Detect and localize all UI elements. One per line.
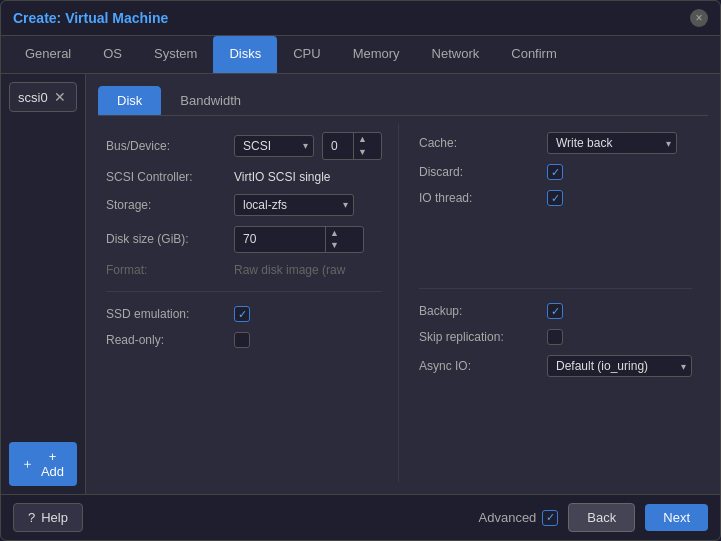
format-row: Format: Raw disk image (raw	[106, 263, 382, 277]
plus-icon: ＋	[21, 455, 34, 473]
disk-size-wrap: ▲ ▼	[234, 226, 364, 254]
disk-form: Bus/Device: SCSI ▾ ▲	[98, 124, 708, 482]
disk-item-label: scsi0	[18, 90, 48, 105]
delete-disk-button[interactable]: ✕	[52, 89, 68, 105]
device-down-arrow[interactable]: ▼	[354, 146, 371, 159]
disk-size-down[interactable]: ▼	[326, 239, 343, 252]
sub-tab-disk[interactable]: Disk	[98, 86, 161, 115]
spacer	[419, 216, 692, 274]
advanced-label: Advanced	[479, 510, 537, 525]
ssd-emulation-row: SSD emulation:	[106, 306, 382, 322]
storage-select[interactable]: local-zfs	[234, 194, 354, 216]
ssd-emulation-checkbox[interactable]	[234, 306, 250, 322]
bus-device-row: Bus/Device: SCSI ▾ ▲	[106, 132, 382, 160]
device-number-wrap: ▲ ▼	[322, 132, 382, 160]
storage-row: Storage: local-zfs ▾	[106, 194, 382, 216]
scsi-controller-row: SCSI Controller: VirtIO SCSI single	[106, 170, 382, 184]
footer-right: Advanced Back Next	[479, 503, 708, 532]
read-only-label: Read-only:	[106, 333, 226, 347]
tab-system[interactable]: System	[138, 36, 213, 73]
storage-select-wrap: local-zfs ▾	[234, 194, 354, 216]
create-vm-window: Create: Virtual Machine × General OS Sys…	[0, 0, 721, 541]
help-button[interactable]: ? Help	[13, 503, 83, 532]
tab-os[interactable]: OS	[87, 36, 138, 73]
add-disk-button[interactable]: ＋ + Add	[9, 442, 77, 486]
tab-bar: General OS System Disks CPU Memory Netwo…	[1, 36, 720, 74]
device-number-arrows: ▲ ▼	[353, 133, 371, 159]
disk-size-label: Disk size (GiB):	[106, 232, 226, 246]
bus-controls: SCSI ▾ ▲ ▼	[234, 132, 382, 160]
content-area: scsi0 ✕ ＋ + Add Disk Bandwidth	[1, 74, 720, 494]
async-io-row: Async IO: Default (io_uring) ▾	[419, 355, 692, 377]
read-only-row: Read-only:	[106, 332, 382, 348]
footer: ? Help Advanced Back Next	[1, 494, 720, 540]
read-only-checkbox[interactable]	[234, 332, 250, 348]
discard-checkbox[interactable]	[547, 164, 563, 180]
ssd-emulation-label: SSD emulation:	[106, 307, 226, 321]
async-io-label: Async IO:	[419, 359, 539, 373]
tab-general[interactable]: General	[9, 36, 87, 73]
cache-select-wrap: Write back ▾	[547, 132, 677, 154]
form-right-col: Cache: Write back ▾ Discard:	[399, 124, 708, 482]
skip-replication-checkbox[interactable]	[547, 329, 563, 345]
io-thread-label: IO thread:	[419, 191, 539, 205]
device-number-input[interactable]	[323, 136, 353, 156]
format-label: Format:	[106, 263, 226, 277]
disk-size-arrows: ▲ ▼	[325, 227, 343, 253]
scsi-controller-label: SCSI Controller:	[106, 170, 226, 184]
sub-tab-bar: Disk Bandwidth	[98, 86, 708, 116]
scsi-controller-value: VirtIO SCSI single	[234, 170, 330, 184]
disk-size-input[interactable]	[235, 229, 325, 249]
disk-size-row: Disk size (GiB): ▲ ▼	[106, 226, 382, 254]
discard-row: Discard:	[419, 164, 692, 180]
divider-2	[419, 288, 692, 289]
skip-replication-label: Skip replication:	[419, 330, 539, 344]
help-icon: ?	[28, 510, 35, 525]
backup-row: Backup:	[419, 303, 692, 319]
backup-label: Backup:	[419, 304, 539, 318]
io-thread-checkbox[interactable]	[547, 190, 563, 206]
async-io-select[interactable]: Default (io_uring)	[547, 355, 692, 377]
form-left-col: Bus/Device: SCSI ▾ ▲	[98, 124, 399, 482]
bus-device-label: Bus/Device:	[106, 139, 226, 153]
close-button[interactable]: ×	[690, 9, 708, 27]
skip-replication-row: Skip replication:	[419, 329, 692, 345]
cache-label: Cache:	[419, 136, 539, 150]
cache-select[interactable]: Write back	[547, 132, 677, 154]
tab-confirm[interactable]: Confirm	[495, 36, 573, 73]
add-label: + Add	[40, 449, 65, 479]
advanced-checkbox[interactable]	[542, 510, 558, 526]
backup-checkbox[interactable]	[547, 303, 563, 319]
tab-network[interactable]: Network	[416, 36, 496, 73]
divider-1	[106, 291, 382, 292]
next-button[interactable]: Next	[645, 504, 708, 531]
bus-select-wrap: SCSI ▾	[234, 135, 314, 157]
tab-disks[interactable]: Disks	[213, 36, 277, 73]
tab-memory[interactable]: Memory	[337, 36, 416, 73]
disk-sidebar: scsi0 ✕ ＋ + Add	[1, 74, 86, 494]
advanced-wrap[interactable]: Advanced	[479, 510, 559, 526]
cache-row: Cache: Write back ▾	[419, 132, 692, 154]
footer-left: ? Help	[13, 503, 83, 532]
back-button[interactable]: Back	[568, 503, 635, 532]
discard-label: Discard:	[419, 165, 539, 179]
format-value: Raw disk image (raw	[234, 263, 345, 277]
titlebar: Create: Virtual Machine ×	[1, 1, 720, 36]
tab-cpu[interactable]: CPU	[277, 36, 336, 73]
disk-main-panel: Disk Bandwidth Bus/Device: SCSI	[86, 74, 720, 494]
io-thread-row: IO thread:	[419, 190, 692, 206]
disk-size-up[interactable]: ▲	[326, 227, 343, 240]
device-up-arrow[interactable]: ▲	[354, 133, 371, 146]
window-title: Create: Virtual Machine	[13, 10, 168, 26]
disk-item-scsi0[interactable]: scsi0 ✕	[9, 82, 77, 112]
storage-label: Storage:	[106, 198, 226, 212]
sub-tab-bandwidth[interactable]: Bandwidth	[161, 86, 260, 115]
help-label: Help	[41, 510, 68, 525]
async-io-select-wrap: Default (io_uring) ▾	[547, 355, 692, 377]
bus-select[interactable]: SCSI	[234, 135, 314, 157]
